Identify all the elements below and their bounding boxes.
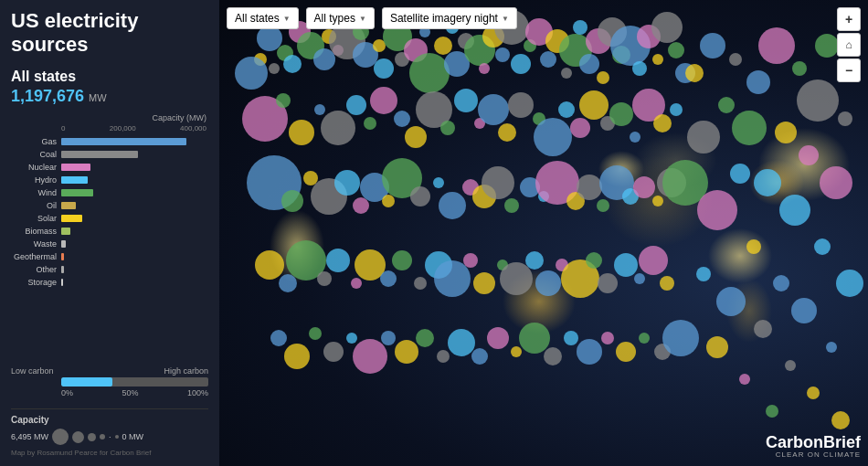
chart-bar: [61, 253, 64, 260]
map-dot: [405, 126, 427, 148]
high-carbon-label: High carbon: [164, 366, 208, 376]
map-dot: [317, 271, 332, 286]
map-dot: [785, 360, 796, 371]
map-dot: [754, 320, 772, 338]
map-dot: [281, 190, 303, 212]
map-dot: [775, 122, 797, 143]
map-dot: [815, 34, 839, 58]
map-dot: [598, 273, 618, 293]
map-dot: [652, 196, 663, 207]
carbon-labels: Low carbon High carbon: [11, 366, 208, 376]
map-dot: [685, 64, 704, 82]
map-dot: [269, 63, 280, 74]
map-dot: [700, 33, 725, 58]
map-dot: [807, 387, 820, 399]
map-dot: [478, 94, 509, 125]
map-dot: [482, 166, 514, 199]
map-dot: [577, 339, 602, 365]
chart-bar: [61, 266, 64, 273]
map-dot: [351, 278, 362, 289]
imagery-dropdown[interactable]: Satellite imagery night ▼: [382, 7, 517, 29]
chart-row: Other: [11, 264, 208, 276]
map-dot: [814, 238, 831, 255]
map-dot: [561, 68, 572, 79]
chart-bar-container: [61, 202, 208, 209]
states-dropdown-arrow: ▼: [283, 15, 291, 23]
chart-row: Biomass: [11, 226, 208, 238]
map-dot: [364, 117, 376, 130]
chart-row: Oil: [11, 200, 208, 212]
map-dot: [463, 253, 478, 268]
map-dot: [437, 350, 450, 363]
capacity-small-label: 0 MW: [122, 432, 144, 441]
chart-bar-container: [61, 253, 208, 260]
map-dot: [696, 267, 711, 281]
map-dot: [346, 95, 366, 115]
chart-row: Nuclear: [11, 162, 208, 174]
map-dot: [597, 71, 609, 84]
map-area[interactable]: All states ▼ All types ▼ Satellite image…: [219, 0, 868, 466]
map-dot: [718, 97, 735, 113]
zoom-out-button[interactable]: −: [837, 58, 861, 82]
map-dot: [255, 250, 284, 280]
chart-bar: [61, 202, 76, 209]
capacity-circles: 6,495 MW · 0 MW: [11, 429, 208, 445]
map-dot: [289, 120, 314, 145]
chart-bar: [61, 151, 138, 158]
map-dot: [653, 114, 672, 132]
map-dot: [270, 330, 287, 346]
map-dot: [276, 93, 291, 108]
map-dot: [283, 55, 302, 73]
map-dot: [797, 79, 839, 122]
chart-row: Hydro: [11, 175, 208, 186]
map-dot: [471, 348, 488, 365]
map-dot: [473, 272, 495, 294]
carbon-brief-name: CarbonBrief: [766, 434, 861, 450]
chart-row-label: Other: [11, 265, 61, 274]
cap-circle-medium: [72, 431, 84, 443]
map-dot: [380, 270, 397, 287]
chart-bar: [61, 164, 90, 171]
map-dot: [323, 342, 344, 362]
map-dot: [633, 176, 655, 198]
map-dot: [697, 190, 737, 230]
states-dropdown[interactable]: All states ▼: [227, 7, 299, 29]
map-dot: [374, 58, 394, 79]
low-carbon-label: Low carbon: [11, 366, 54, 376]
zoom-in-button[interactable]: +: [837, 7, 861, 31]
zoom-home-button[interactable]: ⌂: [837, 33, 861, 57]
types-dropdown[interactable]: All types ▼: [306, 7, 375, 29]
map-dot: [779, 195, 810, 226]
map-dot: [558, 101, 575, 118]
page-title: US electricity sources: [11, 9, 208, 58]
imagery-dropdown-label: Satellite imagery night: [390, 12, 498, 25]
map-dot: [353, 339, 387, 374]
chart-row-label: Gas: [11, 137, 61, 146]
map-dot: [535, 270, 561, 296]
chart-row-label: Solar: [11, 214, 61, 223]
map-dot: [440, 121, 455, 135]
chart-row: Wind: [11, 187, 208, 199]
map-dot: [670, 103, 683, 116]
top-bar: All states ▼ All types ▼ Satellite image…: [227, 7, 831, 29]
chart-bar-container: [61, 176, 208, 184]
chart-bar: [61, 189, 93, 196]
map-dot: [448, 329, 475, 356]
types-dropdown-label: All types: [314, 12, 355, 25]
state-title: All states: [11, 69, 208, 85]
map-dot: [639, 333, 650, 344]
map-dot: [511, 54, 531, 74]
map-dot: [381, 331, 396, 345]
map-dot: [479, 63, 490, 74]
map-dot: [410, 186, 430, 207]
chart-bar: [61, 176, 88, 184]
carbon-brief-logo: CarbonBrief CLEAR ON CLIMATE: [766, 434, 861, 459]
map-dot: [334, 170, 360, 196]
chart-bar-container: [61, 215, 208, 222]
chart-bar: [61, 279, 63, 286]
map-dot: [321, 111, 355, 145]
map-dot: [632, 61, 647, 76]
map-dot: [534, 118, 572, 156]
map-dot: [487, 327, 509, 349]
map-dot: [394, 111, 410, 127]
